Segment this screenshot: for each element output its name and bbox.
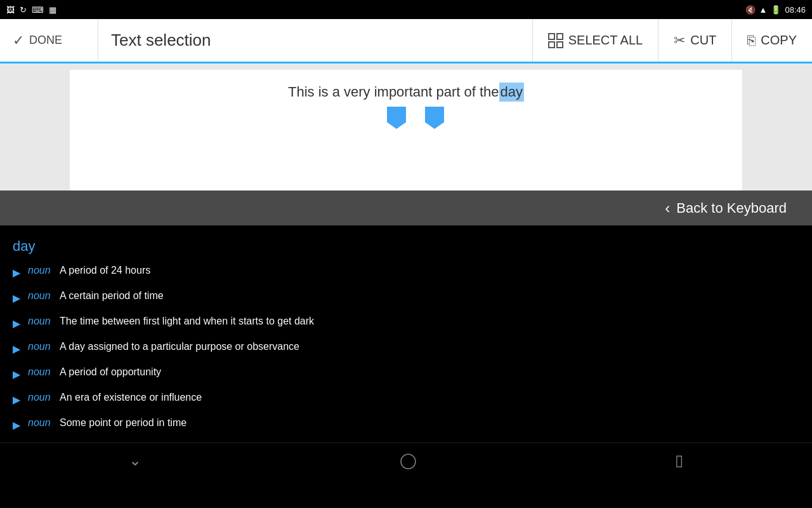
text-before-selection: This is a very important part of the [288, 84, 499, 100]
pos-label-5: noun [28, 392, 52, 403]
dict-entry-6: ▶ noun Some point or period in time [13, 417, 799, 431]
dict-def-2: The time between first light and when it… [60, 316, 314, 327]
pos-label-6: noun [28, 417, 52, 429]
cut-icon: ✂ [674, 32, 685, 49]
dict-def-5: An era of existence or influence [60, 392, 202, 403]
play-icon-1[interactable]: ▶ [13, 292, 20, 304]
play-icon-4[interactable]: ▶ [13, 368, 20, 380]
status-bar-right: 🔇 ▲ 🔋 08:46 [745, 5, 806, 15]
bottom-nav: ⌄ ◯ ▯ [0, 443, 812, 478]
done-label: DONE [29, 34, 62, 47]
dict-entry-0: ▶ noun A period of 24 hours [13, 265, 799, 279]
play-icon-6[interactable]: ▶ [13, 419, 20, 431]
copy-icon: ⎘ [747, 32, 756, 49]
dict-def-6: Some point or period in time [60, 417, 187, 429]
dict-def-4: A period of opportunity [60, 366, 161, 378]
back-to-keyboard-label: Back to Keyboard [676, 200, 787, 217]
text-area: This is a very important part of the day [0, 64, 812, 190]
back-to-keyboard-bar[interactable]: ‹ Back to Keyboard [0, 190, 812, 225]
status-bar: 🖼 ↻ ⌨ ▦ 🔇 ▲ 🔋 08:46 [0, 0, 812, 19]
keyboard-icon: ⌨ [32, 5, 44, 15]
text-content[interactable]: This is a very important part of the day [70, 70, 742, 190]
mute-icon: 🔇 [745, 5, 756, 15]
pos-label-4: noun [28, 366, 52, 378]
handle-shape-left [387, 107, 406, 129]
done-button[interactable]: ✓ DONE [0, 19, 98, 62]
dict-entry-3: ▶ noun A day assigned to a particular pu… [13, 341, 799, 355]
cut-label: CUT [690, 33, 716, 48]
refresh-icon: ↻ [20, 5, 27, 15]
dict-def-1: A certain period of time [60, 290, 164, 302]
recents-nav-icon[interactable]: ▯ [675, 451, 683, 469]
select-all-icon [548, 33, 563, 48]
back-nav-icon[interactable]: ⌄ [129, 451, 141, 469]
pos-label-3: noun [28, 341, 52, 352]
picture-icon: 🖼 [6, 5, 15, 15]
clock: 08:46 [785, 5, 806, 15]
dictionary-word: day [13, 238, 799, 255]
toolbar: ✓ DONE Text selection SELECT ALL ✂ CUT ⎘… [0, 19, 812, 64]
play-icon-2[interactable]: ▶ [13, 318, 20, 330]
copy-label: COPY [761, 33, 797, 48]
wifi-icon: ▲ [759, 5, 768, 15]
toolbar-title: Text selection [98, 30, 532, 50]
battery-icon: 🔋 [771, 5, 781, 15]
dict-entry-2: ▶ noun The time between first light and … [13, 316, 799, 330]
home-nav-icon[interactable]: ◯ [400, 451, 417, 469]
handle-shape-right [425, 107, 444, 129]
play-icon-5[interactable]: ▶ [13, 394, 20, 406]
dict-def-0: A period of 24 hours [60, 265, 150, 276]
selected-text-line: This is a very important part of the day [95, 83, 717, 102]
menu-icon: ▦ [49, 5, 56, 15]
pos-label-1: noun [28, 290, 52, 302]
dict-entry-1: ▶ noun A certain period of time [13, 290, 799, 304]
text-selection: day [499, 83, 524, 102]
play-icon-3[interactable]: ▶ [13, 343, 20, 355]
dict-entry-5: ▶ noun An era of existence or influence [13, 392, 799, 406]
pos-label-0: noun [28, 265, 52, 276]
dict-def-3: A day assigned to a particular purpose o… [60, 341, 299, 352]
status-bar-left: 🖼 ↻ ⌨ ▦ [6, 5, 56, 15]
dict-entry-4: ▶ noun A period of opportunity [13, 366, 799, 380]
select-all-button[interactable]: SELECT ALL [532, 19, 658, 62]
play-icon-0[interactable]: ▶ [13, 267, 20, 279]
select-all-label: SELECT ALL [568, 33, 643, 48]
copy-button[interactable]: ⎘ COPY [731, 19, 812, 62]
dictionary-panel: day ▶ noun A period of 24 hours ▶ noun A… [0, 225, 812, 431]
back-chevron-icon: ‹ [665, 199, 670, 217]
cut-button[interactable]: ✂ CUT [658, 19, 731, 62]
toolbar-actions: SELECT ALL ✂ CUT ⎘ COPY [532, 19, 812, 62]
dictionary-entries: ▶ noun A period of 24 hours ▶ noun A cer… [13, 265, 799, 431]
checkmark-icon: ✓ [13, 32, 24, 49]
pos-label-2: noun [28, 316, 52, 327]
